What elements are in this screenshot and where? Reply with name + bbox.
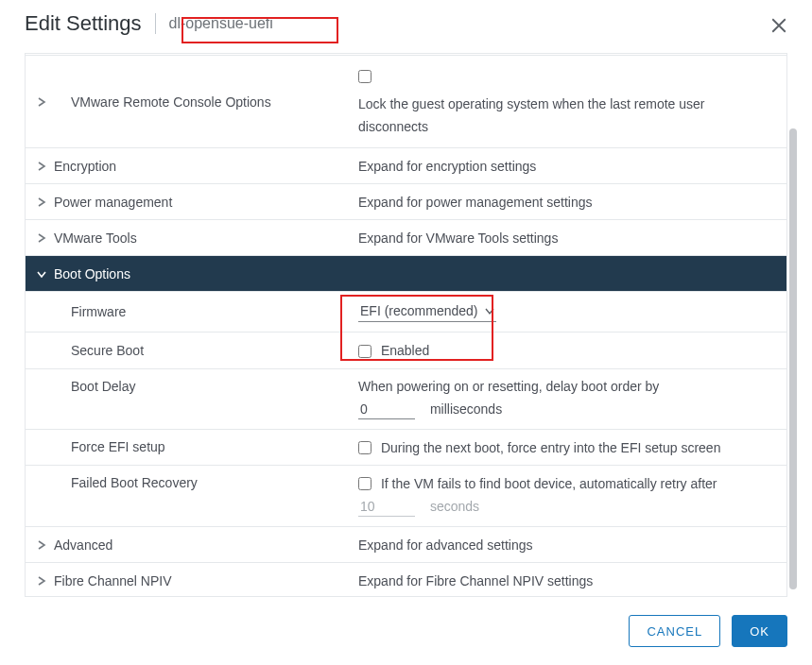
boot-delay-input[interactable] xyxy=(358,400,415,419)
vmtools-label: VMware Tools xyxy=(54,230,137,246)
remote-console-label: VMware Remote Console Options xyxy=(71,94,271,110)
remote-console-lock-checkbox[interactable] xyxy=(358,70,371,83)
chevron-right-icon xyxy=(37,97,48,107)
chevron-right-icon xyxy=(37,197,48,207)
encryption-desc: Expand for encryption settings xyxy=(358,149,786,183)
chevron-down-icon xyxy=(37,269,48,279)
chevron-right-icon xyxy=(37,162,48,171)
firmware-label: Firmware xyxy=(71,304,126,319)
remote-console-value: Lock the guest operating system when the… xyxy=(358,56,786,147)
firmware-value: EFI (recommended) xyxy=(360,303,477,318)
vmtools-desc: Expand for VMware Tools settings xyxy=(358,221,786,255)
dialog-title: Edit Settings xyxy=(25,11,142,36)
row-encryption[interactable]: Encryption Expand for encryption setting… xyxy=(26,148,786,184)
close-button[interactable] xyxy=(770,17,789,36)
advanced-desc: Expand for advanced settings xyxy=(358,528,786,562)
boot-delay-label: Boot Delay xyxy=(71,379,135,394)
cancel-button[interactable]: CANCEL xyxy=(629,615,720,647)
remote-console-desc: Lock the guest operating system when the… xyxy=(358,94,717,139)
close-icon xyxy=(770,17,787,34)
force-efi-checkbox-label: During the next boot, force entry into t… xyxy=(381,440,721,455)
npiv-label: Fibre Channel NPIV xyxy=(54,573,172,588)
force-efi-label: Force EFI setup xyxy=(71,439,165,454)
row-boot-options[interactable]: Boot Options xyxy=(26,256,786,292)
row-secure-boot: Secure Boot Enabled xyxy=(26,332,786,368)
settings-body: VMware Remote Console Options Lock the g… xyxy=(25,53,787,597)
dialog-footer: CANCEL OK xyxy=(0,597,812,665)
row-failed-boot: Failed Boot Recovery If the VM fails to … xyxy=(26,466,786,527)
row-advanced[interactable]: Advanced Expand for advanced settings xyxy=(26,527,786,563)
encryption-label: Encryption xyxy=(54,159,116,174)
force-efi-checkbox[interactable] xyxy=(358,441,371,454)
chevron-right-icon xyxy=(37,576,48,586)
chevron-right-icon xyxy=(37,540,48,550)
advanced-label: Advanced xyxy=(54,537,112,553)
failed-boot-checkbox[interactable] xyxy=(358,477,371,490)
row-boot-delay: Boot Delay When powering on or resetting… xyxy=(26,369,786,430)
ok-button[interactable]: OK xyxy=(732,615,787,647)
edit-settings-dialog: Edit Settings dl-opensue-uefi VMware Rem… xyxy=(0,0,812,665)
dialog-header: Edit Settings dl-opensue-uefi xyxy=(0,0,812,53)
failed-boot-label: Failed Boot Recovery xyxy=(71,475,198,490)
row-vmware-tools[interactable]: VMware Tools Expand for VMware Tools set… xyxy=(26,220,786,256)
failed-boot-checkbox-label: If the VM fails to find boot device, aut… xyxy=(381,476,717,491)
boot-options-label: Boot Options xyxy=(54,266,130,281)
chevron-down-icon xyxy=(485,303,494,318)
cancel-label: CANCEL xyxy=(647,624,702,639)
power-label: Power management xyxy=(54,195,172,210)
vm-name: dl-opensue-uefi xyxy=(169,15,273,32)
secure-boot-checkbox[interactable] xyxy=(358,345,371,358)
ok-label: OK xyxy=(750,624,769,639)
row-remote-console[interactable]: VMware Remote Console Options Lock the g… xyxy=(26,56,786,148)
failed-boot-unit: seconds xyxy=(430,499,479,514)
firmware-select[interactable]: EFI (recommended) xyxy=(358,301,496,322)
boot-delay-unit: milliseconds xyxy=(430,401,502,417)
power-desc: Expand for power management settings xyxy=(358,185,786,219)
row-power-management[interactable]: Power management Expand for power manage… xyxy=(26,184,786,220)
row-firmware: Firmware EFI (recommended) xyxy=(26,292,786,332)
scrollbar-thumb[interactable] xyxy=(789,128,797,589)
npiv-desc: Expand for Fibre Channel NPIV settings xyxy=(358,564,786,597)
boot-delay-desc: When powering on or resetting, delay boo… xyxy=(358,379,777,394)
header-separator xyxy=(155,13,156,34)
row-npiv[interactable]: Fibre Channel NPIV Expand for Fibre Chan… xyxy=(26,563,786,597)
chevron-right-icon xyxy=(37,233,48,243)
failed-boot-input xyxy=(358,497,415,517)
secure-boot-label: Secure Boot xyxy=(71,343,144,358)
row-force-efi: Force EFI setup During the next boot, fo… xyxy=(26,430,786,466)
secure-boot-checkbox-label: Enabled xyxy=(381,344,429,359)
